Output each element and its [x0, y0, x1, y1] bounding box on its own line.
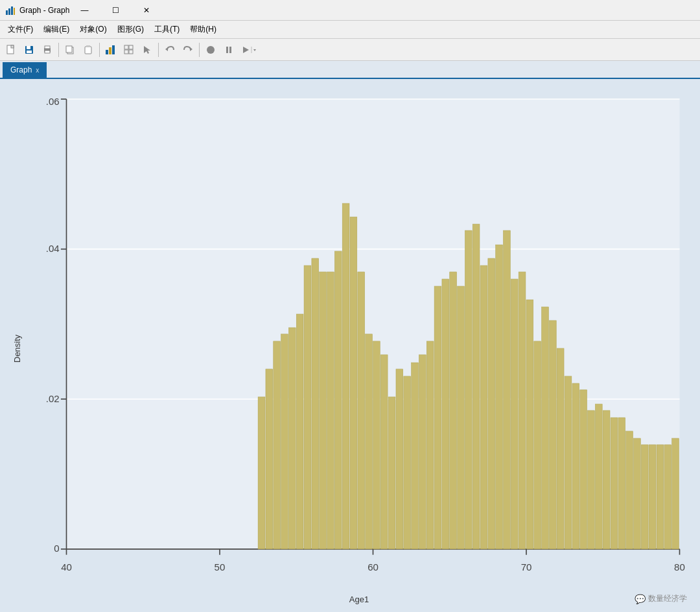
svg-rect-29	[229, 47, 231, 53]
bar-62	[496, 245, 503, 549]
xtick-50: 50	[215, 561, 226, 572]
play-button[interactable]	[239, 41, 261, 58]
paste-special-button[interactable]	[80, 41, 97, 58]
bar-67	[572, 383, 579, 549]
tab-close-button[interactable]: x	[36, 67, 39, 74]
bar-475	[274, 341, 281, 549]
svg-rect-28	[226, 47, 228, 53]
bar-545	[380, 355, 388, 549]
svg-rect-10	[45, 46, 50, 49]
bar-65	[542, 307, 549, 549]
close-button[interactable]: ✕	[132, 0, 161, 21]
svg-rect-16	[86, 45, 90, 47]
print-button[interactable]	[39, 41, 56, 58]
ytick-02: .02	[46, 392, 60, 403]
chart-area: Density 0 .02	[6, 92, 694, 606]
title-text: Graph - Graph	[19, 6, 69, 15]
svg-rect-0	[6, 10, 8, 15]
save-button[interactable]	[21, 41, 38, 58]
bar-495	[304, 266, 311, 549]
menu-edit[interactable]: 编辑(E)	[38, 21, 75, 38]
bar-46	[258, 397, 265, 549]
sep4	[199, 43, 200, 57]
bar-72	[649, 445, 656, 549]
bar-705	[626, 431, 633, 549]
menu-graph[interactable]: 图形(G)	[112, 21, 149, 38]
svg-point-27	[207, 46, 215, 54]
grid-button[interactable]	[121, 41, 137, 58]
xtick-40: 40	[61, 561, 72, 572]
ytick-06: .06	[46, 96, 60, 107]
svg-rect-18	[109, 47, 111, 54]
restore-button[interactable]: ☐	[100, 0, 130, 21]
bar-53	[358, 272, 365, 549]
chart-wrapper: Density 0 .02	[6, 92, 694, 606]
title-bar: Graph - Graph — ☐ ✕	[0, 0, 700, 21]
menu-help[interactable]: 帮助(H)	[185, 21, 222, 38]
bar-485	[288, 328, 296, 549]
svg-rect-7	[27, 46, 30, 49]
watermark-icon: 💬	[635, 594, 646, 604]
sep1	[58, 43, 59, 57]
svg-rect-20	[124, 45, 128, 49]
bar-69	[603, 411, 610, 549]
sep3	[158, 43, 159, 57]
svg-marker-32	[253, 49, 256, 51]
bar-665	[565, 376, 572, 549]
record-button[interactable]	[202, 41, 219, 58]
bar-64	[526, 300, 533, 549]
bar-685	[595, 404, 602, 549]
bar-57	[419, 355, 426, 549]
bar-715	[641, 445, 648, 549]
pause-button[interactable]	[220, 41, 237, 58]
bar-645	[534, 341, 541, 549]
bar-47	[266, 369, 273, 549]
bar-68	[588, 411, 595, 549]
menu-tools[interactable]: 工具(T)	[149, 21, 185, 38]
svg-marker-25	[165, 47, 168, 51]
svg-rect-3	[14, 8, 15, 15]
svg-rect-19	[112, 45, 115, 54]
bar-59	[450, 272, 457, 549]
bar-51	[327, 272, 334, 549]
bar-635	[519, 272, 526, 549]
bar-605	[472, 224, 480, 549]
bar-56	[404, 376, 411, 549]
bar-535	[366, 334, 373, 549]
redo-button[interactable]	[180, 41, 196, 58]
bar-655	[549, 321, 556, 549]
bar-555	[396, 369, 403, 549]
graph-container: Density 0 .02	[0, 79, 700, 612]
svg-rect-5	[11, 45, 14, 48]
xtick-60: 60	[368, 561, 379, 572]
menu-object[interactable]: 对象(O)	[75, 21, 111, 38]
svg-marker-30	[243, 47, 249, 53]
bar-52	[342, 203, 349, 549]
histogram-chart: 0 .02 .04 .06 40 50 60 70 80	[25, 92, 694, 592]
menu-bar: 文件(F) 编辑(E) 对象(O) 图形(G) 工具(T) 帮助(H)	[0, 21, 700, 39]
bar-585	[442, 279, 449, 549]
window-controls: — ☐ ✕	[69, 0, 161, 21]
bar-525	[350, 217, 357, 549]
app-icon	[5, 5, 16, 16]
bar-58	[434, 286, 441, 549]
watermark-text: 数量经济学	[648, 593, 687, 604]
svg-rect-15	[85, 47, 91, 54]
copy-button[interactable]	[62, 41, 78, 58]
bar-50	[312, 258, 319, 549]
bar-54	[373, 341, 380, 549]
bar-63	[511, 279, 518, 549]
bar-chart-button[interactable]	[102, 41, 119, 58]
bar-71	[634, 438, 641, 549]
graph-tab[interactable]: Graph x	[3, 62, 47, 78]
bar-66	[557, 348, 564, 549]
bar-55	[388, 397, 395, 549]
tab-label: Graph	[10, 65, 32, 74]
sep2	[99, 43, 100, 57]
svg-rect-11	[45, 51, 50, 53]
undo-button[interactable]	[161, 41, 178, 58]
minimize-button[interactable]: —	[69, 0, 99, 21]
select-button[interactable]	[139, 41, 156, 58]
new-button[interactable]	[3, 41, 19, 58]
menu-file[interactable]: 文件(F)	[3, 21, 38, 38]
